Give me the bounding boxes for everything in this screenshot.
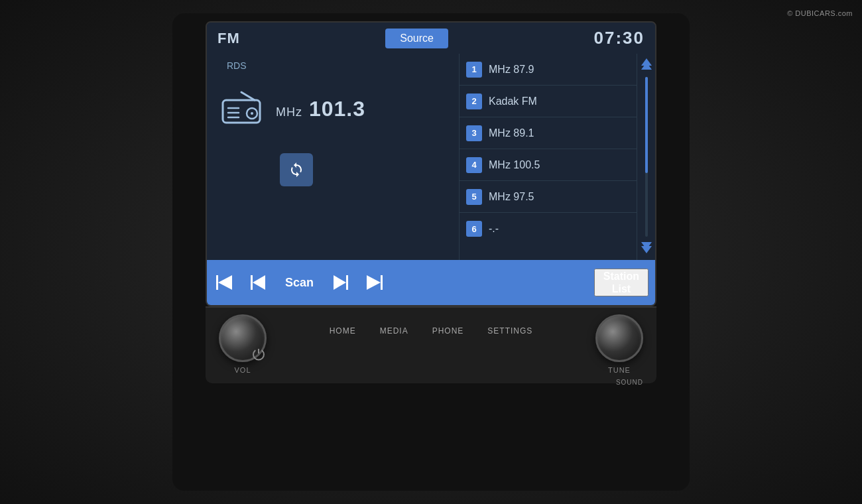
station-row[interactable]: 6 -.- xyxy=(460,213,637,245)
settings-button[interactable]: SETTINGS xyxy=(482,324,538,338)
sound-label: SOUND xyxy=(616,379,643,386)
screen: FM Source 07:30 RDS xyxy=(206,21,656,306)
tune-label: TUNE xyxy=(608,366,631,374)
station-row[interactable]: 3 MHz 89.1 xyxy=(460,117,637,149)
radio-display: MHz 101.3 xyxy=(220,91,446,127)
left-panel: RDS xyxy=(207,54,459,260)
right-panel: 1 MHz 87.9 2 Kadak FM 3 MHz 89.1 4 MHz 1… xyxy=(459,54,655,260)
source-button[interactable]: Source xyxy=(385,29,448,48)
phone-button[interactable]: PHONE xyxy=(427,324,469,338)
station-number: 2 xyxy=(466,94,482,109)
station-list: 1 MHz 87.9 2 Kadak FM 3 MHz 89.1 4 MHz 1… xyxy=(460,54,637,260)
prev-button[interactable] xyxy=(248,273,268,292)
svg-marker-18 xyxy=(367,275,381,290)
svg-line-0 xyxy=(241,92,255,100)
watermark: © DUBICARS.com xyxy=(787,9,853,17)
freq-unit: MHz xyxy=(276,105,302,119)
station-info: MHz 97.5 xyxy=(489,191,630,203)
station-info: -.- xyxy=(489,223,630,235)
station-info: MHz 87.9 xyxy=(489,64,630,76)
car-unit: FM Source 07:30 RDS xyxy=(172,13,690,491)
svg-rect-17 xyxy=(381,275,383,290)
radio-icon xyxy=(220,91,263,127)
refresh-button[interactable] xyxy=(280,153,313,186)
scan-button[interactable]: Scan xyxy=(280,273,319,292)
svg-marker-12 xyxy=(218,275,232,290)
svg-rect-1 xyxy=(223,100,260,123)
station-row[interactable]: 4 MHz 100.5 xyxy=(460,149,637,181)
scroll-up-button[interactable] xyxy=(637,54,656,74)
power-button[interactable] xyxy=(251,347,266,365)
freq-value: 101.3 xyxy=(309,97,365,121)
hw-buttons-row: HOME MEDIA PHONE SETTINGS xyxy=(324,324,538,338)
station-row[interactable]: 2 Kadak FM xyxy=(460,86,637,117)
station-number: 5 xyxy=(466,189,482,205)
svg-marker-14 xyxy=(253,275,265,290)
scroll-track xyxy=(645,77,648,237)
svg-marker-8 xyxy=(641,62,652,70)
svg-marker-10 xyxy=(641,242,652,249)
screen-main: RDS xyxy=(207,54,655,260)
fm-label: FM xyxy=(217,30,240,47)
rds-label: RDS xyxy=(227,60,446,71)
transport-controls: Scan xyxy=(214,273,594,292)
station-list-panel: 1 MHz 87.9 2 Kadak FM 3 MHz 89.1 4 MHz 1… xyxy=(460,54,637,260)
station-number: 3 xyxy=(466,125,482,141)
transport-bar: Scan StationList xyxy=(207,260,655,305)
svg-point-6 xyxy=(251,112,253,115)
station-row[interactable]: 1 MHz 87.9 xyxy=(460,54,637,86)
station-info: MHz 89.1 xyxy=(489,127,630,139)
station-info: Kadak FM xyxy=(489,95,630,107)
scroll-down-button[interactable] xyxy=(637,239,656,260)
scroll-thumb xyxy=(645,77,648,173)
vol-label: VOL xyxy=(234,366,251,374)
svg-rect-15 xyxy=(346,275,348,290)
station-row[interactable]: 5 MHz 97.5 xyxy=(460,181,637,213)
center-hw-buttons: HOME MEDIA PHONE SETTINGS xyxy=(324,324,538,365)
station-number: 6 xyxy=(466,221,482,237)
tune-knob-area: TUNE SOUND xyxy=(595,314,643,374)
svg-rect-11 xyxy=(216,275,218,290)
screen-top: FM Source 07:30 xyxy=(207,23,655,54)
svg-marker-16 xyxy=(334,275,346,290)
svg-rect-13 xyxy=(251,275,253,290)
prev-track-button[interactable] xyxy=(214,273,236,292)
vol-knob-area: VOL xyxy=(219,314,267,374)
hardware-controls: VOL HOME MEDIA PHONE SETTINGS xyxy=(206,306,656,383)
station-list-button[interactable]: StationList xyxy=(594,269,648,296)
next-track-button[interactable] xyxy=(363,273,385,292)
clock-display: 07:30 xyxy=(594,28,645,48)
tune-knob[interactable] xyxy=(595,314,643,362)
home-button[interactable]: HOME xyxy=(324,324,361,338)
next-button[interactable] xyxy=(331,273,351,292)
station-info: MHz 100.5 xyxy=(489,159,630,171)
scrollbar xyxy=(637,54,655,260)
frequency-display: MHz 101.3 xyxy=(276,97,365,121)
media-button[interactable]: MEDIA xyxy=(375,324,414,338)
station-number: 1 xyxy=(466,62,482,78)
station-number: 4 xyxy=(466,157,482,173)
